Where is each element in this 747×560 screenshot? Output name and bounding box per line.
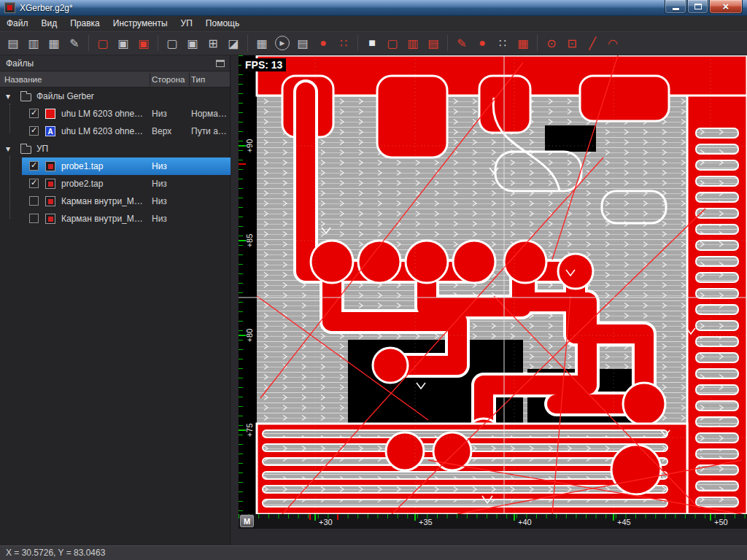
drill-points-button[interactable]: ∷ bbox=[334, 34, 353, 52]
checkbox-checked[interactable] bbox=[29, 109, 39, 118]
file-label: probe2.tap bbox=[61, 175, 149, 192]
v-ruler-label-85: +85 bbox=[245, 234, 254, 248]
files-panel: Файлы Название Сторона Тип Файлы Gerber … bbox=[0, 55, 231, 545]
application-window: XGerber.g2g* Файл Вид Правка Инструменты… bbox=[0, 0, 747, 560]
red-grid-button[interactable]: ▦ bbox=[514, 34, 533, 52]
tree-group-gerber[interactable]: Файлы Gerber bbox=[0, 88, 231, 105]
files-panel-header: Файлы bbox=[0, 55, 230, 71]
h-ruler-label-50: +50 bbox=[714, 518, 728, 526]
tree-row-gerber-bottom[interactable]: uhu LM 6203 ohne… Низ Норма… bbox=[0, 105, 231, 122]
pie-stats-button[interactable]: ● bbox=[314, 34, 333, 52]
toolbar-separator bbox=[247, 35, 248, 51]
menu-view[interactable]: Вид bbox=[35, 16, 64, 31]
line-tool-button[interactable]: ╱ bbox=[583, 34, 602, 52]
pcb-view[interactable]: FPS: 13 bbox=[239, 55, 747, 514]
close-button[interactable] bbox=[709, 0, 743, 14]
file-type: Норма… bbox=[191, 105, 229, 122]
report-list-button[interactable]: ▤ bbox=[293, 34, 312, 52]
transform-region-button[interactable]: ⊞ bbox=[204, 34, 222, 52]
edit-file-button[interactable]: ✎ bbox=[65, 34, 84, 52]
menu-nc[interactable]: УП bbox=[174, 16, 199, 31]
files-panel-title: Файлы bbox=[6, 58, 34, 69]
tree-row-probe1[interactable]: probe1.tap Низ bbox=[0, 158, 231, 175]
maximize-button[interactable] bbox=[687, 0, 708, 14]
menu-help[interactable]: Помощь bbox=[199, 16, 246, 31]
window-title: XGerber.g2g* bbox=[20, 3, 73, 13]
expander-icon[interactable] bbox=[6, 140, 10, 158]
menu-file[interactable]: Файл bbox=[0, 16, 35, 31]
column-side[interactable]: Сторона bbox=[152, 71, 185, 88]
folder-icon bbox=[20, 93, 31, 101]
copy-files-button[interactable]: ▣ bbox=[114, 34, 133, 52]
circle-tool-button[interactable]: ⊙ bbox=[542, 34, 561, 52]
checkbox-unchecked[interactable] bbox=[29, 196, 39, 206]
viewport: FPS: 13 bbox=[231, 55, 747, 545]
checkbox-unchecked[interactable] bbox=[29, 214, 39, 223]
gerber-doc-2-button[interactable]: ▤ bbox=[424, 34, 443, 52]
file-side: Низ bbox=[152, 175, 167, 192]
minimize-button[interactable] bbox=[665, 0, 686, 14]
save-file-button[interactable]: ▦ bbox=[44, 34, 63, 52]
gerber-doc-1-button[interactable]: ▥ bbox=[403, 34, 422, 52]
crop-region-button[interactable]: ◪ bbox=[224, 34, 243, 52]
center-square-tool-button[interactable]: ⊡ bbox=[562, 34, 581, 52]
new-file-button[interactable]: ▤ bbox=[4, 34, 23, 52]
title-bar[interactable]: XGerber.g2g* bbox=[0, 0, 747, 16]
menu-bar: Файл Вид Правка Инструменты УП Помощь bbox=[0, 16, 747, 31]
file-side: Низ bbox=[152, 192, 167, 210]
file-label: uhu LM 6203 ohne… bbox=[61, 105, 149, 122]
red-layer-button[interactable]: ▢ bbox=[383, 34, 402, 52]
run-job-button[interactable]: ▶ bbox=[275, 36, 290, 50]
open-file-button[interactable]: ▥ bbox=[24, 34, 43, 52]
toolbar-separator bbox=[447, 35, 448, 51]
h-ruler-label-30: +30 bbox=[319, 518, 333, 526]
tree-column-header: Название Сторона Тип bbox=[0, 71, 230, 88]
tree-row-pocket-2[interactable]: Карман внутри_М… Низ bbox=[0, 210, 231, 228]
cursor-coordinates: X = 30.5726, Y = 83.0463 bbox=[6, 548, 105, 558]
nc-program-icon bbox=[45, 161, 55, 171]
pcb-canvas-svg[interactable]: +90 +85 +80 +75 bbox=[239, 55, 747, 514]
toolbar-separator bbox=[158, 35, 158, 51]
toolbar-separator bbox=[357, 35, 358, 51]
paste-special-button[interactable]: ▣ bbox=[134, 34, 153, 52]
panel-float-icon[interactable] bbox=[216, 60, 225, 67]
select-filled-button[interactable]: ▣ bbox=[183, 34, 202, 52]
ruler-units-button[interactable]: M bbox=[240, 515, 254, 527]
panel-splitter[interactable] bbox=[231, 55, 239, 545]
select-rect-button[interactable]: ▢ bbox=[163, 34, 182, 52]
column-separator bbox=[189, 73, 190, 86]
app-icon bbox=[4, 2, 15, 13]
column-type[interactable]: Тип bbox=[191, 71, 205, 88]
tree-row-pocket-1[interactable]: Карман внутри_М… Низ bbox=[0, 192, 231, 210]
arc-tool-button[interactable]: ◠ bbox=[603, 34, 622, 52]
file-side: Низ bbox=[152, 158, 167, 175]
expander-icon[interactable] bbox=[6, 88, 10, 105]
checkbox-checked[interactable] bbox=[29, 161, 39, 171]
h-ruler-label-40: +40 bbox=[518, 518, 532, 526]
draw-path-button[interactable]: ✎ bbox=[452, 34, 471, 52]
menu-edit[interactable]: Правка bbox=[63, 16, 107, 31]
file-side: Низ bbox=[152, 210, 167, 228]
toolbar-separator bbox=[537, 35, 538, 51]
v-ruler-label-75: +75 bbox=[245, 424, 254, 438]
menu-tools[interactable]: Инструменты bbox=[107, 16, 174, 31]
toolbar-separator bbox=[88, 35, 89, 51]
light-layer-button[interactable]: ■ bbox=[363, 34, 382, 52]
tree-row-probe2[interactable]: probe2.tap Низ bbox=[0, 175, 231, 192]
h-ruler-label-45: +45 bbox=[617, 518, 631, 526]
toolbar: ▤ ▥ ▦ ✎ ▢ ▣ ▣ ▢ ▣ ⊞ ◪ ▦ ▶ ▤ ● ∷ ■ ▢ ▥ ▤ … bbox=[0, 31, 747, 55]
tree-group-nc[interactable]: УП bbox=[0, 140, 231, 158]
checkbox-checked[interactable] bbox=[29, 179, 39, 188]
tree-row-gerber-top[interactable]: A uhu LM 6203 ohne… Верх Пути а… bbox=[0, 122, 231, 140]
file-type: Пути а… bbox=[191, 122, 229, 140]
nc-program-icon bbox=[45, 179, 55, 189]
h-ruler-svg: +30 +35 +40 +45 +50 bbox=[239, 514, 747, 529]
draw-dot-button[interactable]: ● bbox=[473, 34, 492, 52]
red-frame-button[interactable]: ▢ bbox=[93, 34, 112, 52]
column-name[interactable]: Название bbox=[4, 71, 42, 88]
pattern-dots-button[interactable]: ∷ bbox=[493, 34, 512, 52]
file-side: Низ bbox=[152, 105, 167, 122]
checkbox-checked[interactable] bbox=[29, 126, 39, 136]
panelize-button[interactable]: ▦ bbox=[252, 34, 271, 52]
close-icon bbox=[723, 0, 729, 13]
